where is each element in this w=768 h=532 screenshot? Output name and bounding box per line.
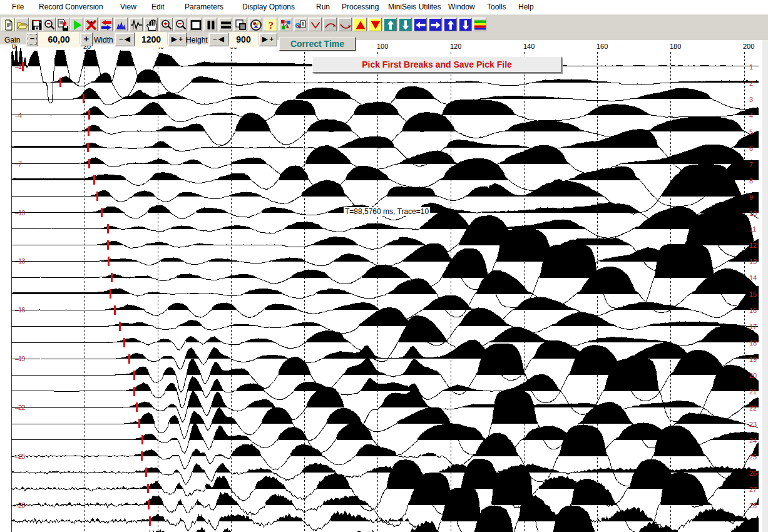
svg-text:?: ? — [269, 20, 274, 31]
